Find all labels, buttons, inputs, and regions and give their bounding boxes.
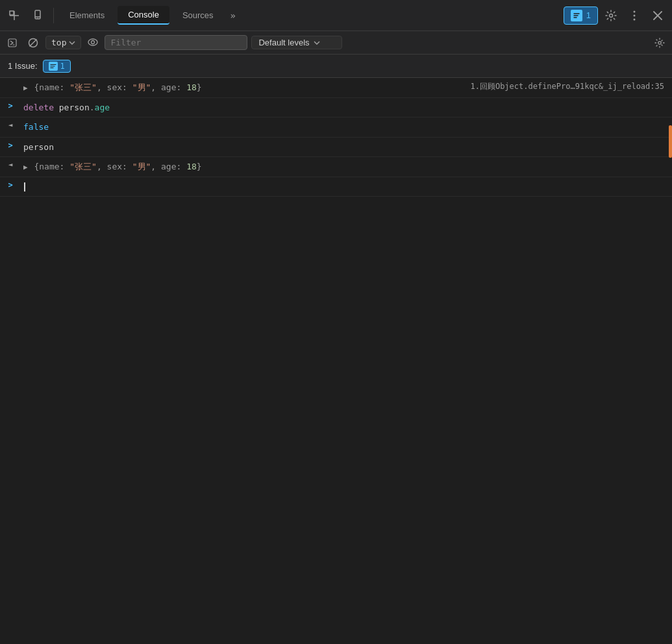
toolbar-separator — [53, 8, 54, 23]
console-entry-prompt[interactable]: > — [0, 177, 672, 197]
log-levels-arrow-icon — [314, 41, 320, 45]
console-entry-input-person: > person — [0, 138, 672, 158]
issue-badge-icon — [49, 62, 58, 71]
entry-gutter — [0, 79, 21, 81]
svg-point-17 — [92, 40, 95, 43]
tab-more-button[interactable]: » — [227, 8, 240, 23]
more-options-button[interactable] — [624, 5, 645, 26]
issue-badge-count: 1 — [60, 62, 65, 71]
expand-arrow-icon2[interactable]: ▶ — [23, 162, 28, 173]
cursor-blink — [24, 182, 25, 192]
console-entry-input-delete: > delete person.age — [0, 98, 672, 118]
console-toolbar: top Default levels — [0, 31, 672, 55]
inspect-button[interactable] — [4, 5, 25, 26]
tab-console[interactable]: Console — [118, 6, 169, 25]
svg-point-16 — [88, 39, 97, 45]
execute-script-button[interactable] — [4, 34, 21, 51]
output-prompt-icon2: ◄ — [8, 160, 13, 169]
entry-gutter-person: > — [0, 139, 21, 150]
entry-source-link[interactable]: 1.回顾Object.definePro…91kqc&_ij_reload:35 — [467, 79, 672, 94]
filter-input[interactable] — [105, 35, 247, 50]
tab-elements[interactable]: Elements — [59, 6, 115, 24]
console-entry-log: ▶ {name: "张三", sex: "男", age: 18} 1.回顾Ob… — [0, 78, 672, 98]
svg-rect-3 — [35, 10, 40, 19]
svg-point-7 — [634, 10, 636, 12]
svg-point-18 — [658, 41, 661, 43]
close-button[interactable] — [647, 5, 668, 26]
svg-point-8 — [634, 14, 636, 16]
toolbar-right: 1 — [564, 5, 668, 26]
entry-content-person: person — [21, 139, 672, 156]
filter-eye-button[interactable] — [85, 36, 101, 49]
entry-content: ▶ {name: "张三", sex: "男", age: 18} — [21, 79, 467, 96]
device-toggle-button[interactable] — [27, 5, 48, 26]
svg-point-9 — [634, 18, 636, 20]
issues-badge-button[interactable]: 1 — [564, 6, 598, 25]
scrollbar-position-indicator — [669, 125, 672, 158]
context-dropdown-arrow-icon — [69, 41, 75, 45]
issue-badge[interactable]: 1 — [43, 60, 71, 73]
svg-rect-0 — [10, 11, 14, 15]
svg-point-6 — [610, 14, 613, 17]
svg-line-15 — [30, 39, 37, 46]
expand-arrow-icon[interactable]: ▶ — [23, 83, 28, 94]
output-prompt-icon: ◄ — [8, 121, 13, 129]
entry-gutter-output: ◄ — [0, 119, 21, 129]
issues-badge-count: 1 — [586, 10, 591, 20]
issues-badge-icon — [571, 10, 582, 21]
input-prompt-icon: > — [8, 101, 12, 110]
context-dropdown[interactable]: top — [45, 36, 81, 49]
toolbar2-right — [651, 34, 668, 51]
log-levels-dropdown[interactable]: Default levels — [251, 36, 342, 49]
issue-count-text: 1 Issue: — [8, 61, 38, 71]
entry-gutter-input: > — [0, 99, 21, 110]
input-prompt-icon2: > — [8, 141, 12, 150]
block-requests-button[interactable] — [25, 34, 42, 51]
settings-button[interactable] — [601, 5, 621, 26]
main-toolbar: Elements Console Sources » 1 — [0, 0, 672, 31]
entry-gutter-obj: ◄ — [0, 158, 21, 169]
issue-bar: 1 Issue: 1 — [0, 55, 672, 78]
console-entry-output-false: ◄ false — [0, 118, 672, 138]
log-levels-label: Default levels — [258, 38, 309, 47]
console-entry-output-object: ◄ ▶ {name: "张三", sex: "男", age: 18} — [0, 157, 672, 177]
svg-point-5 — [37, 18, 38, 19]
entry-content-delete: delete person.age — [21, 99, 672, 116]
console-settings-button[interactable] — [651, 34, 668, 51]
entry-content-prompt[interactable] — [21, 179, 672, 195]
active-prompt-icon: > — [8, 180, 12, 190]
context-dropdown-label: top — [51, 38, 66, 47]
entry-content-false: false — [21, 119, 672, 136]
entry-content-object: ▶ {name: "张三", sex: "男", age: 18} — [21, 158, 672, 175]
tab-sources[interactable]: Sources — [172, 6, 224, 24]
entry-gutter-prompt: > — [0, 179, 21, 190]
console-output-area[interactable]: ▶ {name: "张三", sex: "男", age: 18} 1.回顾Ob… — [0, 78, 672, 197]
